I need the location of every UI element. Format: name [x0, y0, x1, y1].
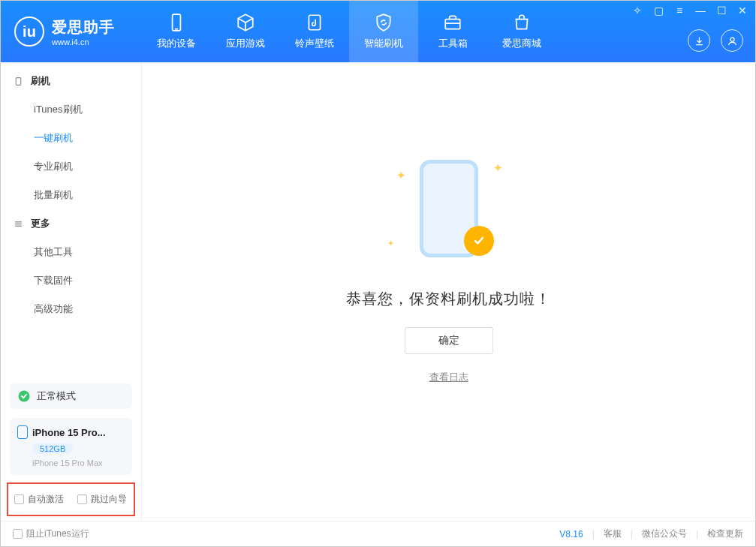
cube-icon	[236, 13, 255, 32]
sidebar-item-itunes-flash[interactable]: iTunes刷机	[1, 95, 141, 124]
sidebar-item-oneclick-flash[interactable]: 一键刷机	[1, 124, 141, 152]
sparkle-icon: ✦	[493, 161, 503, 175]
checkbox-box	[14, 494, 24, 504]
view-log-link[interactable]: 查看日志	[429, 371, 468, 384]
sidebar-group-more[interactable]: 更多	[1, 209, 141, 238]
nav-toolbox[interactable]: 工具箱	[418, 1, 487, 62]
close-icon[interactable]: ✕	[736, 5, 749, 17]
footer: 阻止iTunes运行 V8.16 | 客服 | 微信公众号 | 检查更新	[1, 521, 755, 546]
options-highlight-box: 自动激活 跳过向导	[7, 482, 135, 516]
footer-right: V8.16 | 客服 | 微信公众号 | 检查更新	[559, 527, 743, 540]
sidebar-group-flash[interactable]: 刷机	[1, 67, 141, 95]
checkbox-box	[13, 529, 23, 539]
svg-rect-5	[16, 77, 21, 85]
svg-point-4	[730, 38, 734, 41]
version-label[interactable]: V8.16	[559, 529, 583, 539]
app-logo-icon: iu	[14, 17, 44, 47]
storage-badge: 512GB	[32, 443, 73, 454]
main-nav: 我的设备 应用游戏 铃声壁纸 智能刷机 工具箱 爱思商城	[142, 1, 556, 62]
menu-icon[interactable]: ≡	[673, 5, 686, 17]
sidebar-item-other-tools[interactable]: 其他工具	[1, 238, 141, 266]
svg-rect-3	[445, 20, 460, 29]
nav-flash[interactable]: 智能刷机	[349, 1, 418, 62]
sidebar-item-pro-flash[interactable]: 专业刷机	[1, 152, 141, 181]
app-body: 刷机 iTunes刷机 一键刷机 专业刷机 批量刷机 更多 其他工具 下载固件 …	[1, 62, 755, 521]
mobile-icon[interactable]: ▢	[652, 5, 665, 17]
download-button[interactable]	[688, 29, 710, 52]
success-title: 恭喜您，保资料刷机成功啦！	[346, 289, 551, 309]
status-ok-icon	[17, 389, 31, 403]
window-controls: ✧ ▢ ≡ — ☐ ✕	[631, 5, 749, 17]
nav-apps[interactable]: 应用游戏	[211, 1, 280, 62]
phone-small-icon	[17, 425, 28, 439]
nav-ringtone[interactable]: 铃声壁纸	[280, 1, 349, 62]
maximize-icon[interactable]: ☐	[715, 5, 728, 17]
app-title: 爱思助手	[52, 17, 115, 38]
app-header: iu 爱思助手 www.i4.cn 我的设备 应用游戏 铃声壁纸 智能刷机 工具…	[1, 1, 755, 62]
success-check-icon	[464, 226, 494, 256]
phone-icon	[167, 13, 186, 32]
nav-my-device[interactable]: 我的设备	[142, 1, 211, 62]
logo-area: iu 爱思助手 www.i4.cn	[1, 17, 142, 47]
checkbox-auto-activate[interactable]: 自动激活	[14, 493, 64, 506]
sparkle-icon: ✦	[387, 239, 394, 248]
header-actions	[688, 29, 743, 52]
support-link[interactable]: 客服	[604, 527, 622, 540]
device-name: iPhone 15 Pro...	[17, 425, 125, 439]
music-icon	[305, 13, 324, 32]
user-button[interactable]	[721, 29, 743, 52]
toolbox-icon	[443, 13, 462, 32]
wechat-link[interactable]: 微信公众号	[642, 527, 687, 540]
nav-store[interactable]: 爱思商城	[487, 1, 556, 62]
more-icon	[13, 218, 23, 229]
sidebar-item-advanced[interactable]: 高级功能	[1, 295, 141, 323]
svg-rect-0	[173, 14, 181, 31]
sparkle-icon: ✦	[396, 169, 406, 182]
sidebar-item-batch-flash[interactable]: 批量刷机	[1, 181, 141, 209]
minimize-icon[interactable]: —	[694, 5, 707, 17]
main-panel: ✦ ✦ ✦ 恭喜您，保资料刷机成功啦！ 确定 查看日志	[142, 62, 755, 521]
success-illustration: ✦ ✦ ✦	[381, 154, 517, 274]
device-small-icon	[13, 76, 23, 86]
device-card[interactable]: iPhone 15 Pro... 512GB iPhone 15 Pro Max	[10, 418, 132, 475]
app-subtitle: www.i4.cn	[52, 38, 115, 47]
bag-icon	[512, 13, 532, 32]
ok-button[interactable]: 确定	[405, 327, 493, 354]
device-status[interactable]: 正常模式	[10, 383, 132, 409]
sidebar-item-download-fw[interactable]: 下载固件	[1, 266, 141, 295]
skin-icon[interactable]: ✧	[631, 5, 644, 17]
sidebar: 刷机 iTunes刷机 一键刷机 专业刷机 批量刷机 更多 其他工具 下载固件 …	[1, 62, 142, 521]
checkbox-skip-guide[interactable]: 跳过向导	[77, 493, 127, 506]
device-model: iPhone 15 Pro Max	[32, 458, 125, 467]
checkbox-box	[77, 494, 87, 504]
svg-rect-2	[309, 15, 320, 30]
update-link[interactable]: 检查更新	[707, 527, 743, 540]
shield-refresh-icon	[374, 13, 393, 32]
checkbox-block-itunes[interactable]: 阻止iTunes运行	[13, 527, 89, 540]
